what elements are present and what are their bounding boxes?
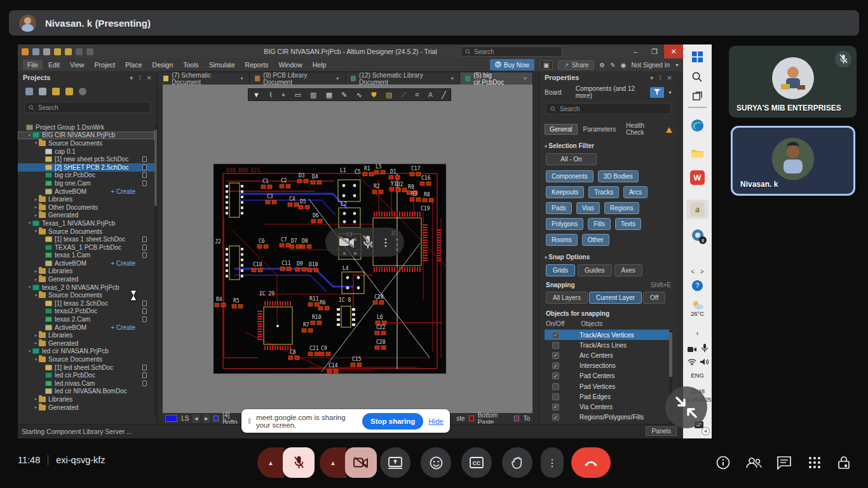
- projects-scrollbar[interactable]: [154, 123, 157, 416]
- layer-prev-button[interactable]: ◀: [193, 415, 199, 423]
- top-layer-swatch[interactable]: [514, 416, 519, 421]
- tree-item[interactable]: ▸Libraries: [18, 195, 154, 203]
- bottom-layer-swatch[interactable]: [214, 416, 219, 421]
- pcb-canvas[interactable]: C1C2D3D4C3C4D5D6L1C5R1L5D1C17C16Y1D2R9R2…: [163, 85, 532, 413]
- filter-button-vias[interactable]: Vias: [576, 202, 600, 214]
- tree-expander-icon[interactable]: ▾: [27, 133, 32, 138]
- filter-button-arcs[interactable]: Arcs: [623, 186, 648, 198]
- tree-expander-icon[interactable]: ▾: [33, 357, 39, 362]
- camera-toggle-button[interactable]: [345, 447, 377, 478]
- text-tool-icon[interactable]: A: [428, 91, 433, 98]
- tree-item[interactable]: [1] texas 1 sheet.SchDoc: [18, 235, 154, 243]
- tree-item[interactable]: [2] SHEET PCB 2.SchDoc: [18, 163, 154, 172]
- all-on-button[interactable]: All - On: [546, 153, 597, 165]
- menu-item-reports[interactable]: Reports: [241, 60, 273, 70]
- tree-item[interactable]: ▸Other Documents: [18, 203, 154, 212]
- snap-object-row[interactable]: Track/Arcs Lines: [545, 340, 672, 350]
- document-tab[interactable]: (7) Schematic Document▼: [158, 72, 250, 85]
- panel-pin-icon[interactable]: ⊺: [658, 74, 661, 81]
- tree-item[interactable]: Project Group 1.DsnWrk: [18, 123, 154, 132]
- help-app-icon[interactable]: ?: [690, 278, 705, 293]
- menu-item-view[interactable]: View: [65, 60, 89, 70]
- minimize-button[interactable]: –: [626, 44, 645, 58]
- tree-expander-icon[interactable]: ▸: [33, 405, 39, 410]
- tree-expander-icon[interactable]: ▸: [33, 277, 39, 282]
- pen-icon[interactable]: ✎: [610, 62, 615, 69]
- tree-item[interactable]: big one.Cam: [18, 179, 154, 187]
- bulb-tool-icon[interactable]: ⛊: [371, 91, 376, 99]
- document-tab[interactable]: (12) Schematic Library Document▼: [346, 72, 460, 85]
- tree-item[interactable]: ▸Generated: [18, 275, 154, 283]
- tree-expander-icon[interactable]: ▾: [27, 285, 32, 290]
- mic-options-chevron[interactable]: ▲: [257, 447, 284, 478]
- tree-expander-icon[interactable]: ▸: [33, 341, 39, 346]
- open-folder-icon[interactable]: [54, 48, 61, 55]
- projects-search[interactable]: Search: [24, 102, 151, 113]
- captions-button[interactable]: CC: [461, 447, 492, 478]
- filter-button-rooms[interactable]: Rooms: [546, 234, 578, 246]
- snap-checkbox[interactable]: [552, 342, 559, 349]
- undo-icon[interactable]: [76, 48, 83, 55]
- tree-item[interactable]: ActiveBOM+ Create: [18, 323, 154, 332]
- filter-button-keepouts[interactable]: Keepouts: [546, 186, 584, 198]
- file-explorer-icon[interactable]: [690, 146, 705, 161]
- wps-office-icon[interactable]: W: [690, 170, 705, 185]
- menu-item-window[interactable]: Window: [274, 60, 306, 70]
- snap-checkbox[interactable]: ✓: [552, 362, 559, 369]
- chat-button[interactable]: [774, 452, 794, 473]
- dxp-logo-icon[interactable]: [22, 48, 29, 55]
- create-link[interactable]: + Create: [111, 260, 135, 267]
- filter-button-pads[interactable]: Pads: [546, 202, 572, 214]
- media-app-icon[interactable]: 8: [690, 227, 705, 242]
- filter-tool-icon[interactable]: ▼: [253, 91, 260, 98]
- tree-item[interactable]: ▸Generated: [18, 339, 154, 348]
- tree-item[interactable]: texas2.PcbDoc: [18, 308, 154, 316]
- camera-tool-icon[interactable]: ▣: [539, 60, 553, 70]
- stop-sharing-button[interactable]: Stop sharing: [362, 413, 423, 430]
- snap-object-row[interactable]: ✓Track/Arcs Vertices: [545, 330, 672, 340]
- tree-item[interactable]: led cir NIVASAN.BomDoc: [18, 388, 154, 396]
- snap-layer-off[interactable]: Off: [643, 292, 665, 304]
- tree-item[interactable]: big cir.PcbDoc: [18, 172, 154, 180]
- slash-tool-icon[interactable]: ╱: [442, 91, 446, 99]
- restore-button[interactable]: ❐: [645, 44, 664, 58]
- user-icon[interactable]: ◉: [621, 62, 627, 69]
- properties-tab-general[interactable]: General: [545, 124, 578, 135]
- tree-item[interactable]: ▸Generated: [18, 212, 154, 220]
- taskbar-search-icon[interactable]: [690, 70, 705, 85]
- tray-speaker-icon[interactable]: [697, 355, 712, 369]
- properties-tab-parameters[interactable]: Parameters: [579, 125, 621, 134]
- edge-browser-icon[interactable]: [690, 118, 705, 133]
- top-layer-label[interactable]: To: [523, 415, 530, 422]
- end-call-button[interactable]: [571, 447, 611, 478]
- save-icon[interactable]: [32, 48, 39, 55]
- panel-close-icon[interactable]: ✕: [147, 74, 152, 81]
- chart-tool-icon[interactable]: ▥: [310, 91, 316, 99]
- snap-checkbox[interactable]: ✓: [552, 352, 559, 359]
- tree-item[interactable]: ▸Libraries: [18, 395, 154, 403]
- measure-tool-icon[interactable]: ⌗: [415, 91, 419, 99]
- host-controls-button[interactable]: [834, 452, 854, 473]
- tree-item[interactable]: led cir.PcbDoc: [18, 371, 154, 379]
- folder-icon[interactable]: [52, 88, 60, 95]
- paste-layer-label[interactable]: ste: [456, 415, 465, 422]
- snap-object-row[interactable]: ✓Pad Centers: [545, 371, 672, 381]
- share-button[interactable]: ↗Share: [558, 60, 594, 70]
- settings-gear-icon[interactable]: ⚙: [599, 62, 605, 69]
- snap-checkbox[interactable]: ✓: [552, 372, 559, 379]
- filter-button-regions[interactable]: Regions: [604, 202, 639, 214]
- create-link[interactable]: + Create: [111, 188, 135, 195]
- buy-now-button[interactable]: ⒹBuy Now: [490, 59, 534, 71]
- pencil-tool-icon[interactable]: ✎: [341, 91, 347, 99]
- tree-expander-icon[interactable]: ▸: [33, 396, 39, 402]
- windows-start-icon[interactable]: [690, 50, 705, 64]
- tree-expander-icon[interactable]: ▾: [27, 220, 32, 226]
- language-indicator[interactable]: ENG: [683, 372, 712, 379]
- raise-hand-button[interactable]: [502, 447, 532, 478]
- open-project-icon[interactable]: [65, 48, 72, 55]
- snap-layer-all-layers[interactable]: All Layers: [546, 292, 588, 304]
- panel-pin-icon[interactable]: ⊺: [138, 74, 141, 81]
- reactions-button[interactable]: [421, 447, 451, 478]
- snap-options-title[interactable]: Snap Options: [539, 250, 677, 263]
- taskbar-scroll-arrows[interactable]: < >: [683, 268, 712, 275]
